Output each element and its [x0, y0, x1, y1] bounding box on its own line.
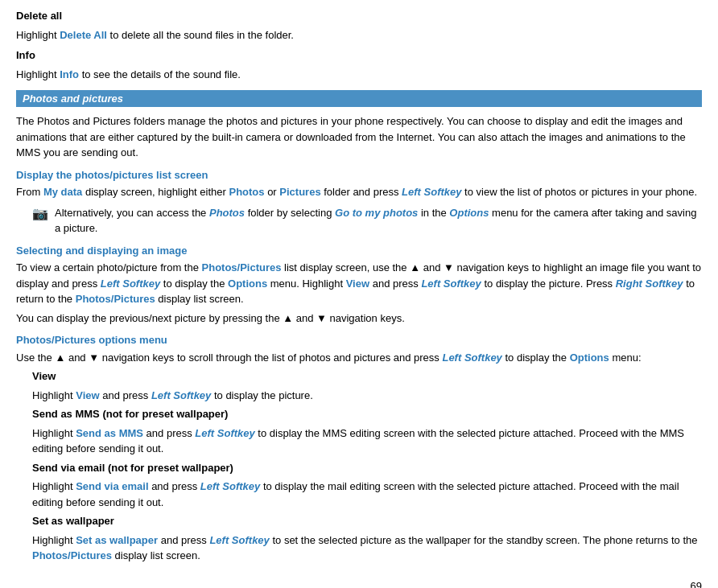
- info-heading: Info: [16, 47, 702, 64]
- selecting-para2: You can display the previous/next pictur…: [16, 310, 702, 327]
- wallpaper-sub-heading: Set as wallpaper: [32, 513, 702, 529]
- note-text-1: Alternatively, you can access the Photos…: [55, 205, 702, 236]
- mms-body: Highlight Send as MMS and press Left Sof…: [32, 426, 702, 457]
- selecting-heading: Selecting and displaying an image: [16, 243, 702, 259]
- selecting-para1: To view a certain photo/picture from the…: [16, 260, 702, 307]
- page-number: 69: [16, 580, 702, 589]
- note-icon: 📷: [32, 206, 48, 221]
- options-para1: Use the ▲ and ▼ navigation keys to scrol…: [16, 350, 702, 366]
- view-sub-heading: View: [32, 368, 702, 384]
- email-subsection: Send via email (not for preset wallpaper…: [32, 460, 702, 511]
- display-heading: Display the photos/pictures list screen: [16, 167, 702, 183]
- note-block-1: 📷 Alternatively, you can access the Phot…: [32, 205, 702, 236]
- view-subsection: View Highlight View and press Left Softk…: [32, 368, 702, 403]
- options-heading: Photos/Pictures options menu: [16, 332, 702, 348]
- display-para1: From My data display screen, highlight e…: [16, 184, 702, 200]
- top-section: Delete all Highlight Delete All to delet…: [16, 8, 702, 82]
- mms-subsection: Send as MMS (not for preset wallpaper) H…: [32, 406, 702, 457]
- wallpaper-body: Highlight Set as wallpaper and press Lef…: [32, 532, 702, 564]
- email-body: Highlight Send via email and press Left …: [32, 479, 702, 510]
- delete-all-body: Highlight Delete All to delete all the s…: [16, 27, 702, 43]
- intro-paragraph: The Photos and Pictures folders manage t…: [16, 113, 702, 161]
- info-body: Highlight Info to see the details of the…: [16, 67, 702, 83]
- wallpaper-subsection: Set as wallpaper Highlight Set as wallpa…: [32, 513, 702, 564]
- photos-section-header: Photos and pictures: [16, 90, 702, 107]
- mms-sub-heading: Send as MMS (not for preset wallpaper): [32, 406, 702, 422]
- view-body: Highlight View and press Left Softkey to…: [32, 388, 702, 404]
- email-sub-heading: Send via email (not for preset wallpaper…: [32, 460, 702, 476]
- delete-all-heading: Delete all: [16, 8, 702, 24]
